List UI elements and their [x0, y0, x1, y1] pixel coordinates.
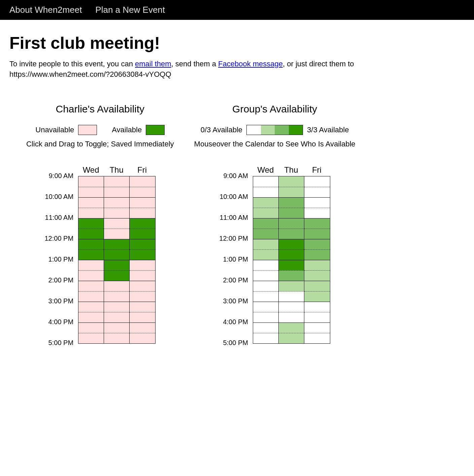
group-slot[interactable]	[304, 197, 330, 208]
group-slot[interactable]	[279, 249, 304, 260]
group-slot[interactable]	[253, 187, 279, 197]
my-slot[interactable]	[78, 249, 104, 260]
group-slot[interactable]	[253, 312, 279, 322]
my-slot[interactable]	[78, 187, 104, 197]
my-slot[interactable]	[104, 322, 130, 333]
my-slot[interactable]	[130, 260, 155, 270]
my-slot[interactable]	[130, 302, 155, 312]
my-slot[interactable]	[104, 302, 130, 312]
group-slot[interactable]	[304, 281, 330, 291]
my-slot[interactable]	[104, 229, 130, 239]
group-slot[interactable]	[304, 249, 330, 260]
group-slot[interactable]	[279, 176, 304, 187]
my-slot[interactable]	[130, 291, 155, 302]
my-availability-grid[interactable]	[78, 176, 156, 344]
my-slot[interactable]	[78, 291, 104, 302]
my-slot[interactable]	[104, 281, 130, 291]
group-slot[interactable]	[304, 333, 330, 343]
group-slot[interactable]	[279, 208, 304, 218]
my-slot[interactable]	[104, 249, 130, 260]
my-slot[interactable]	[104, 333, 130, 343]
my-slot[interactable]	[78, 239, 104, 249]
group-slot[interactable]	[279, 312, 304, 322]
group-slot[interactable]	[279, 260, 304, 270]
my-slot[interactable]	[130, 281, 155, 291]
my-slot[interactable]	[104, 260, 130, 270]
my-slot[interactable]	[130, 187, 155, 197]
nav-about-link[interactable]: About When2meet	[9, 5, 82, 15]
my-slot[interactable]	[130, 176, 155, 187]
group-slot[interactable]	[304, 302, 330, 312]
facebook-message-link[interactable]: Facebook message	[218, 60, 283, 68]
my-slot[interactable]	[78, 281, 104, 291]
my-slot[interactable]	[104, 291, 130, 302]
my-slot[interactable]	[130, 312, 155, 322]
my-slot[interactable]	[78, 270, 104, 281]
my-slot[interactable]	[78, 312, 104, 322]
group-slot[interactable]	[304, 312, 330, 322]
group-slot[interactable]	[253, 270, 279, 281]
my-slot[interactable]	[130, 239, 155, 249]
group-slot[interactable]	[304, 187, 330, 197]
group-slot[interactable]	[253, 249, 279, 260]
my-slot[interactable]	[78, 208, 104, 218]
my-slot[interactable]	[130, 218, 155, 229]
my-slot[interactable]	[130, 249, 155, 260]
my-slot[interactable]	[78, 197, 104, 208]
group-slot[interactable]	[279, 218, 304, 229]
my-slot[interactable]	[104, 270, 130, 281]
my-slot[interactable]	[130, 229, 155, 239]
my-slot[interactable]	[104, 187, 130, 197]
group-slot[interactable]	[304, 229, 330, 239]
group-slot[interactable]	[279, 333, 304, 343]
group-slot[interactable]	[304, 322, 330, 333]
group-slot[interactable]	[253, 322, 279, 333]
my-slot[interactable]	[104, 239, 130, 249]
group-slot[interactable]	[279, 322, 304, 333]
group-slot[interactable]	[279, 270, 304, 281]
group-slot[interactable]	[253, 333, 279, 343]
my-slot[interactable]	[78, 322, 104, 333]
group-availability-grid[interactable]	[253, 176, 330, 344]
my-slot[interactable]	[130, 270, 155, 281]
group-slot[interactable]	[253, 260, 279, 270]
group-slot[interactable]	[253, 291, 279, 302]
my-slot[interactable]	[130, 208, 155, 218]
group-slot[interactable]	[279, 197, 304, 208]
group-slot[interactable]	[304, 239, 330, 249]
my-slot[interactable]	[78, 333, 104, 343]
group-slot[interactable]	[279, 229, 304, 239]
group-slot[interactable]	[253, 229, 279, 239]
my-slot[interactable]	[130, 333, 155, 343]
group-slot[interactable]	[253, 176, 279, 187]
email-them-link[interactable]: email them	[135, 60, 171, 68]
my-slot[interactable]	[104, 208, 130, 218]
group-slot[interactable]	[279, 302, 304, 312]
group-slot[interactable]	[304, 291, 330, 302]
group-slot[interactable]	[253, 302, 279, 312]
my-slot[interactable]	[78, 176, 104, 187]
group-slot[interactable]	[253, 239, 279, 249]
group-slot[interactable]	[279, 187, 304, 197]
my-slot[interactable]	[130, 322, 155, 333]
group-slot[interactable]	[279, 239, 304, 249]
group-slot[interactable]	[304, 218, 330, 229]
group-slot[interactable]	[304, 260, 330, 270]
my-slot[interactable]	[104, 197, 130, 208]
group-slot[interactable]	[304, 270, 330, 281]
group-slot[interactable]	[253, 208, 279, 218]
my-slot[interactable]	[104, 312, 130, 322]
group-slot[interactable]	[304, 208, 330, 218]
my-slot[interactable]	[78, 218, 104, 229]
my-slot[interactable]	[78, 229, 104, 239]
group-slot[interactable]	[253, 281, 279, 291]
my-slot[interactable]	[104, 176, 130, 187]
group-slot[interactable]	[253, 218, 279, 229]
my-slot[interactable]	[78, 302, 104, 312]
group-slot[interactable]	[253, 197, 279, 208]
group-slot[interactable]	[279, 281, 304, 291]
my-slot[interactable]	[130, 197, 155, 208]
nav-new-event-link[interactable]: Plan a New Event	[95, 5, 165, 15]
my-slot[interactable]	[104, 218, 130, 229]
group-slot[interactable]	[279, 291, 304, 302]
